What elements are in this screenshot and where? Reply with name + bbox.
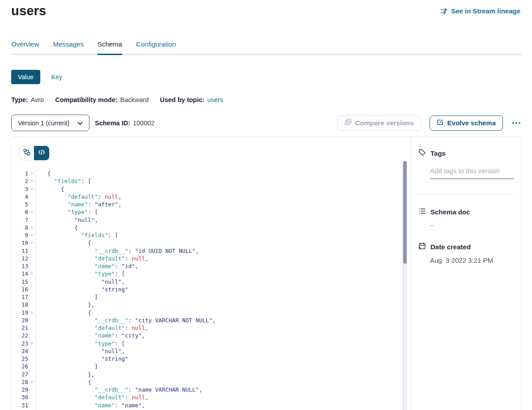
- schema-doc-title: Schema doc: [430, 208, 470, 216]
- fold-toggle-icon[interactable]: ▾: [28, 177, 35, 185]
- code-line[interactable]: "string": [47, 286, 411, 293]
- code-line[interactable]: },: [47, 371, 411, 378]
- sidebar-divider: [418, 194, 514, 194]
- gutter-line: 28▾: [19, 378, 35, 386]
- tree-view-button[interactable]: [19, 146, 34, 160]
- code-line[interactable]: {: [47, 378, 411, 386]
- compare-versions-icon: [345, 119, 352, 127]
- code-line[interactable]: "default": null,: [47, 324, 411, 332]
- code-line[interactable]: "type": [: [47, 208, 411, 216]
- gutter-line: 6▾: [19, 208, 35, 216]
- code-line[interactable]: "__crdb__": "name VARCHAR NULL",: [47, 386, 411, 393]
- code-line[interactable]: {: [47, 224, 411, 231]
- code-line[interactable]: ]: [47, 293, 411, 301]
- code-line[interactable]: {: [47, 239, 411, 247]
- code-line[interactable]: {: [47, 170, 411, 177]
- code-line[interactable]: "name": "name",: [47, 401, 411, 409]
- code-line[interactable]: },: [47, 301, 411, 308]
- tab-configuration[interactable]: Configuration: [136, 40, 176, 55]
- fold-toggle-icon[interactable]: ▾: [28, 239, 35, 247]
- fold-toggle-icon[interactable]: ▾: [28, 170, 35, 177]
- date-created-value: Aug. 3 2022 3:21 PM: [430, 256, 514, 264]
- schema-id: Schema ID: 100002: [95, 120, 154, 127]
- stream-lineage-icon: [440, 8, 448, 14]
- gutter-line: 25: [19, 355, 35, 363]
- meta-topic: Used by topic: users: [160, 96, 223, 103]
- meta-compatibility: Compatibility mode: Backward: [55, 96, 149, 103]
- schema-doc-header: Schema doc: [418, 208, 514, 216]
- version-select-value: Version 1 (current): [18, 120, 69, 127]
- fold-toggle-icon[interactable]: ▾: [28, 185, 35, 193]
- fold-toggle-icon[interactable]: ▾: [28, 231, 35, 239]
- type-label: Type:: [11, 96, 28, 103]
- code-view-button[interactable]: [34, 146, 49, 160]
- line-number: 16: [19, 286, 28, 293]
- line-number: 9: [19, 231, 28, 239]
- code-line[interactable]: "__crdb__": "id UUID NOT NULL",: [47, 247, 411, 255]
- fold-toggle-icon[interactable]: ▾: [28, 208, 35, 216]
- schema-view-toggle: [19, 146, 49, 160]
- code-line[interactable]: "type": [: [47, 270, 411, 278]
- code-line[interactable]: "default": null,: [47, 193, 411, 201]
- code-line[interactable]: "default": null,: [47, 393, 411, 401]
- add-tags-input[interactable]: [430, 167, 514, 179]
- code-line[interactable]: "name": "id",: [47, 262, 411, 270]
- tab-bar: Overview Messages Schema Configuration: [11, 40, 521, 55]
- fold-toggle-icon[interactable]: ▾: [28, 340, 35, 347]
- compare-versions-button[interactable]: Compare versions: [337, 115, 421, 131]
- gutter-line: 12: [19, 255, 35, 262]
- code-line[interactable]: ]: [47, 363, 411, 370]
- code-line[interactable]: "null",: [47, 278, 411, 286]
- gutter-line: 17: [19, 293, 35, 301]
- line-number: 26: [19, 363, 28, 370]
- line-number: 2: [19, 177, 28, 185]
- line-number: 28: [19, 378, 28, 386]
- schema-code-section: 1▾2▾3▾456▾78▾9▾10▾11121314▾1516171819▾20…: [12, 137, 411, 410]
- topic-link[interactable]: users: [207, 96, 223, 103]
- code-line[interactable]: "name": "city",: [47, 332, 411, 339]
- tab-overview[interactable]: Overview: [11, 40, 39, 55]
- gutter-line: 9▾: [19, 231, 35, 239]
- code-line[interactable]: "fields": [: [47, 177, 411, 185]
- gutter-line: 20: [19, 316, 35, 324]
- gutter-line: 4: [19, 193, 35, 201]
- editor-scrollbar-thumb[interactable]: [403, 161, 407, 264]
- version-select[interactable]: Version 1 (current): [11, 115, 89, 131]
- tag-icon: [418, 149, 426, 158]
- code-line[interactable]: "null",: [47, 347, 411, 355]
- line-number: 5: [19, 201, 28, 208]
- code-line[interactable]: "name": "after",: [47, 201, 411, 208]
- edit-schema-icon: [437, 119, 444, 127]
- gutter-line: 16: [19, 286, 35, 293]
- code-line[interactable]: "default": null,: [47, 255, 411, 262]
- fold-toggle-icon[interactable]: ▾: [28, 224, 35, 231]
- line-number: 4: [19, 193, 28, 201]
- key-toggle-button[interactable]: Key: [51, 73, 62, 81]
- schema-doc-section: Schema doc --: [418, 208, 514, 229]
- tab-schema[interactable]: Schema: [98, 40, 122, 55]
- line-number: 11: [19, 247, 28, 255]
- schema-actions: Compare versions Evolve schema: [337, 115, 521, 131]
- code-line[interactable]: "__crdb__": "city VARCHAR NOT NULL",: [47, 316, 411, 324]
- fold-toggle-icon[interactable]: ▾: [28, 309, 35, 316]
- fold-toggle-icon[interactable]: ▾: [28, 378, 35, 386]
- code-line[interactable]: {: [47, 309, 411, 316]
- more-options-button[interactable]: [511, 120, 521, 126]
- line-number: 31: [19, 401, 28, 409]
- tab-messages[interactable]: Messages: [53, 40, 84, 55]
- code-line[interactable]: "null",: [47, 216, 411, 224]
- line-number: 17: [19, 293, 28, 301]
- schema-doc-value: --: [430, 221, 514, 229]
- value-toggle-button[interactable]: Value: [11, 70, 40, 84]
- code-line[interactable]: "fields": [: [47, 231, 411, 239]
- code-line[interactable]: {: [47, 185, 411, 193]
- code-line[interactable]: "type": [: [47, 340, 411, 347]
- evolve-schema-button[interactable]: Evolve schema: [430, 115, 503, 131]
- fold-toggle-icon[interactable]: ▾: [28, 270, 35, 278]
- code-line[interactable]: "string": [47, 355, 411, 363]
- schema-id-value: 100002: [133, 120, 154, 127]
- editor-scrollbar-track[interactable]: [402, 160, 407, 410]
- date-created-section: Date created Aug. 3 2022 3:21 PM: [418, 242, 514, 264]
- see-in-stream-lineage-link[interactable]: See in Stream lineage: [440, 7, 520, 15]
- compatibility-value: Backward: [120, 96, 149, 103]
